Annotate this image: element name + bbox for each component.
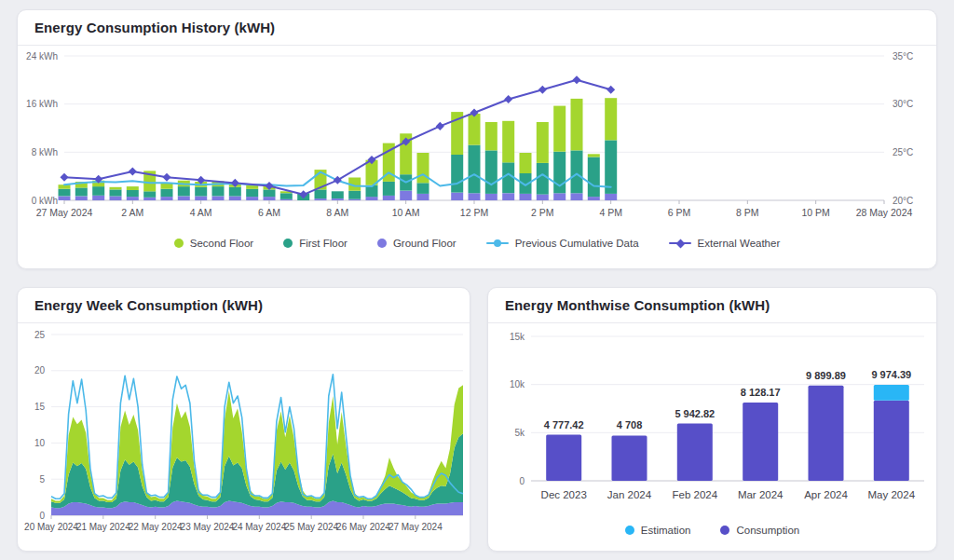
legend-item-external-weather[interactable]: External Weather	[669, 238, 781, 249]
legend-label: External Weather	[698, 238, 781, 249]
month-card: Energy Monthwise Consumption (kWH) 05k10…	[487, 287, 937, 552]
svg-text:2 PM: 2 PM	[531, 207, 554, 218]
svg-text:8 kWh: 8 kWh	[32, 147, 58, 157]
svg-text:6 AM: 6 AM	[258, 207, 280, 218]
history-card-body: 0 kWh20°C8 kWh25°C16 kWh30°C24 kWh35°C27…	[18, 46, 936, 256]
svg-text:9 974.39: 9 974.39	[871, 369, 911, 380]
svg-text:9 899.89: 9 899.89	[806, 370, 846, 381]
svg-text:Mar 2024: Mar 2024	[738, 489, 784, 500]
svg-text:27 May 2024: 27 May 2024	[36, 207, 93, 218]
history-card-title: Energy Consumption History (kWH)	[34, 20, 275, 35]
history-chart[interactable]: 0 kWh20°C8 kWh25°C16 kWh30°C24 kWh35°C27…	[20, 49, 934, 228]
svg-text:21 May 2024: 21 May 2024	[76, 522, 130, 532]
energy-dashboard: Energy Consumption History (kWH) 0 kWh20…	[0, 0, 954, 552]
svg-text:Feb 2024: Feb 2024	[672, 489, 717, 500]
svg-text:0: 0	[39, 511, 45, 521]
svg-text:Apr 2024: Apr 2024	[804, 489, 848, 500]
legend-item-consumption[interactable]: Consumption	[720, 525, 799, 536]
svg-text:10k: 10k	[510, 379, 525, 389]
svg-text:0: 0	[519, 476, 525, 486]
legend-item-estimation[interactable]: Estimation	[625, 525, 691, 536]
month-card-header: Energy Monthwise Consumption (kWH)	[488, 288, 936, 323]
bottom-row: Energy Week Consumption (kWH) 0510152025…	[17, 287, 937, 552]
month-card-title: Energy Monthwise Consumption (kWH)	[505, 297, 770, 313]
svg-text:Jan 2024: Jan 2024	[607, 489, 652, 500]
legend-label: First Floor	[299, 238, 348, 249]
month-card-body: 05k10k15k4 777.42Dec 20234 708Jan 20245 …	[488, 323, 936, 543]
svg-text:8 PM: 8 PM	[736, 207, 759, 218]
svg-text:8 128.17: 8 128.17	[741, 387, 781, 398]
svg-text:4 708: 4 708	[617, 419, 643, 430]
legend-label: Ground Floor	[393, 238, 457, 249]
svg-text:10: 10	[34, 438, 46, 448]
svg-text:0 kWh: 0 kWh	[32, 196, 58, 206]
svg-text:15k: 15k	[510, 332, 525, 342]
week-chart-svg: 051015202520 May 202421 May 202422 May 2…	[20, 327, 468, 543]
month-chart[interactable]: 05k10k15k4 777.42Dec 20234 708Jan 20245 …	[490, 327, 934, 515]
week-chart[interactable]: 051015202520 May 202421 May 202422 May 2…	[20, 327, 468, 547]
svg-text:22 May 2024: 22 May 2024	[129, 522, 183, 532]
consumption-marker-icon	[720, 526, 729, 535]
svg-text:4 AM: 4 AM	[190, 207, 212, 218]
external-weather-marker-icon	[669, 239, 691, 248]
svg-text:26 May 2024: 26 May 2024	[336, 522, 390, 532]
svg-text:5 942.82: 5 942.82	[675, 408, 715, 419]
legend-label: Second Floor	[190, 238, 253, 249]
svg-text:16 kWh: 16 kWh	[26, 99, 58, 109]
svg-text:27 May 2024: 27 May 2024	[388, 522, 443, 532]
svg-text:15: 15	[34, 402, 46, 412]
svg-text:20: 20	[34, 365, 46, 376]
legend-label: Previous Cumulative Data	[515, 238, 639, 249]
previous-cumulative-data-marker-icon	[486, 239, 509, 248]
estimation-marker-icon	[625, 526, 634, 535]
svg-text:10 PM: 10 PM	[801, 207, 829, 218]
svg-text:5k: 5k	[514, 428, 525, 438]
legend-item-ground-floor[interactable]: Ground Floor	[377, 238, 457, 249]
svg-text:20°C: 20°C	[893, 196, 913, 206]
svg-text:25 May 2024: 25 May 2024	[284, 522, 338, 532]
legend-label: Estimation	[641, 525, 691, 536]
month-chart-svg: 05k10k15k4 777.42Dec 20234 708Jan 20245 …	[490, 327, 934, 512]
legend-item-previous-cumulative-data[interactable]: Previous Cumulative Data	[486, 238, 639, 249]
svg-text:23 May 2024: 23 May 2024	[181, 522, 235, 532]
first-floor-marker-icon	[283, 239, 293, 248]
svg-text:2 AM: 2 AM	[121, 207, 143, 218]
svg-text:4 PM: 4 PM	[599, 207, 622, 218]
svg-text:25: 25	[34, 330, 46, 340]
svg-text:12 PM: 12 PM	[460, 207, 488, 218]
svg-text:8 AM: 8 AM	[326, 207, 348, 218]
svg-text:24 May 2024: 24 May 2024	[232, 522, 286, 532]
svg-text:28 May 2024: 28 May 2024	[856, 207, 913, 218]
legend-label: Consumption	[736, 525, 799, 536]
svg-text:10 AM: 10 AM	[392, 207, 420, 218]
svg-text:25°C: 25°C	[893, 147, 913, 157]
svg-text:May 2024: May 2024	[868, 489, 916, 500]
week-card-header: Energy Week Consumption (kWH)	[18, 288, 470, 323]
svg-text:30°C: 30°C	[893, 99, 913, 109]
history-card-header: Energy Consumption History (kWH)	[18, 10, 936, 46]
history-chart-svg: 0 kWh20°C8 kWh25°C16 kWh30°C24 kWh35°C27…	[20, 49, 936, 225]
svg-text:20 May 2024: 20 May 2024	[24, 522, 78, 532]
legend-item-first-floor[interactable]: First Floor	[283, 238, 348, 249]
svg-text:4 777.42: 4 777.42	[544, 419, 584, 430]
second-floor-marker-icon	[174, 239, 184, 248]
history-card: Energy Consumption History (kWH) 0 kWh20…	[17, 9, 937, 269]
week-card-body: 051015202520 May 202421 May 202422 May 2…	[18, 323, 470, 547]
week-card-title: Energy Week Consumption (kWH)	[34, 297, 263, 313]
history-legend: Second FloorFirst FloorGround Floor Prev…	[20, 230, 934, 256]
svg-text:24 kWh: 24 kWh	[26, 51, 58, 61]
svg-text:Dec 2023: Dec 2023	[541, 489, 587, 500]
svg-text:35°C: 35°C	[893, 51, 913, 61]
svg-text:6 PM: 6 PM	[668, 207, 691, 218]
month-legend: EstimationConsumption	[490, 517, 934, 543]
ground-floor-marker-icon	[377, 239, 387, 248]
svg-text:5: 5	[39, 474, 45, 485]
week-card: Energy Week Consumption (kWH) 0510152025…	[17, 287, 470, 552]
legend-item-second-floor[interactable]: Second Floor	[174, 238, 253, 249]
